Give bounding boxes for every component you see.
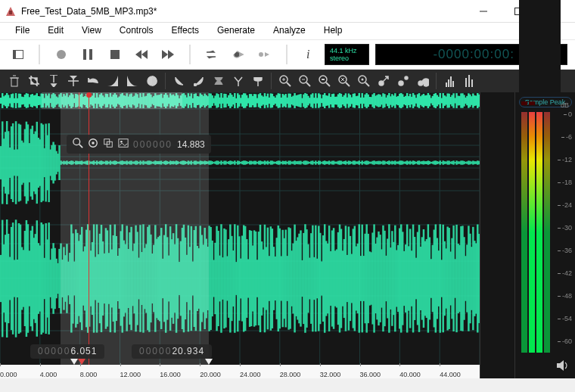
undo-icon[interactable]	[83, 72, 102, 91]
meter-bar-r-peak	[544, 112, 550, 353]
info-button[interactable]: i	[298, 44, 319, 65]
menu-file[interactable]: File	[6, 23, 39, 39]
app-icon	[5, 5, 17, 17]
selection-region[interactable]	[61, 92, 210, 365]
cross-icon[interactable]	[209, 72, 228, 91]
cut-start-icon[interactable]	[169, 72, 188, 91]
selection-start-badge: 000006.051	[30, 344, 104, 359]
zoom-in-icon[interactable]	[275, 72, 294, 91]
separator	[271, 73, 272, 89]
menu-help[interactable]: Help	[315, 23, 352, 39]
panel-icon[interactable]	[8, 44, 28, 65]
marker[interactable]	[205, 359, 213, 365]
svg-marker-15	[168, 50, 174, 59]
svg-rect-1	[9, 11, 12, 14]
ruler-tick: 32.000	[320, 371, 341, 378]
waveform-area[interactable]: 000000 14.883 000006.051 0000020.934 0.0…	[0, 92, 480, 378]
levels-icon[interactable]	[440, 72, 459, 91]
zoom-sel-icon[interactable]	[315, 72, 334, 91]
db-tick: -54	[562, 315, 572, 322]
window-title: Free_Test_Data_5MB_MP3.mp3*	[21, 6, 466, 17]
svg-rect-55	[465, 78, 467, 87]
level-meters	[521, 112, 550, 353]
ruler-tick: 20.000	[200, 371, 221, 378]
svg-point-1055	[120, 141, 123, 143]
svg-rect-405	[478, 95, 480, 107]
svg-point-48	[399, 81, 403, 86]
ruler-tick: 24.000	[240, 371, 261, 378]
branch-icon[interactable]	[248, 72, 267, 91]
trim-split-icon[interactable]	[64, 72, 82, 91]
copy-sel-icon[interactable]	[103, 138, 113, 151]
timecode-display: -0000:00:00: 8.819	[375, 44, 567, 65]
zoom-reset-icon[interactable]	[354, 72, 373, 91]
amplitude-scale: +20000+10000+0-10000-20000-30000+20000+1…	[480, 92, 514, 378]
trim-start-icon[interactable]	[44, 72, 63, 91]
pause-button[interactable]	[78, 44, 98, 65]
loop-forward-button[interactable]	[228, 44, 248, 65]
zoom-sel-icon[interactable]	[73, 138, 83, 151]
rewind-button[interactable]	[131, 44, 151, 65]
selection-tools-popup: 000000 14.883	[67, 135, 211, 154]
minimize-button[interactable]	[466, 0, 501, 23]
separator	[286, 45, 288, 64]
ruler-tick: 36.000	[360, 371, 381, 378]
ruler-tick: 8.000	[80, 371, 98, 378]
svg-point-1048	[73, 138, 80, 145]
svg-marker-1056	[557, 360, 564, 371]
menu-view[interactable]: View	[73, 23, 110, 39]
zoom-fit-icon[interactable]	[334, 72, 353, 91]
menu-effects[interactable]: Effects	[163, 23, 208, 39]
link-icon[interactable]	[374, 72, 393, 91]
svg-rect-1054	[119, 139, 128, 148]
cut-end-icon[interactable]	[189, 72, 208, 91]
marker[interactable]	[70, 359, 78, 365]
meter-bar-l	[529, 112, 535, 353]
separator	[39, 45, 40, 64]
fork-icon[interactable]	[228, 72, 247, 91]
ruler-tick: 12.000	[120, 371, 141, 378]
svg-point-17	[259, 52, 263, 57]
zoom-out-icon[interactable]	[295, 72, 314, 91]
meter-bar-r	[536, 112, 542, 353]
edit-toolbar	[0, 70, 575, 92]
menu-edit[interactable]: Edit	[39, 23, 73, 39]
separator	[436, 73, 437, 89]
crop-icon[interactable]	[24, 72, 43, 91]
step-button[interactable]	[254, 44, 275, 65]
loop-link-icon[interactable]	[413, 72, 432, 91]
svg-rect-11	[110, 50, 120, 59]
fade-in-icon[interactable]	[103, 72, 122, 91]
normalize-icon[interactable]	[142, 72, 161, 91]
delete-icon[interactable]	[5, 72, 23, 91]
ruler-tick: 44.000	[440, 371, 461, 378]
forward-button[interactable]	[158, 44, 179, 65]
levels2-icon[interactable]	[460, 72, 479, 91]
menu-controls[interactable]: Controls	[110, 23, 163, 39]
db-tick: -60	[562, 338, 572, 345]
svg-rect-19	[11, 78, 17, 86]
db-tick: -18	[562, 179, 572, 186]
unlink-icon[interactable]	[393, 72, 412, 91]
stop-button[interactable]	[104, 44, 125, 65]
clip-indicators	[521, 101, 535, 105]
menu-generate[interactable]: Generate	[208, 23, 264, 39]
target-icon[interactable]	[88, 138, 98, 151]
pad: 00000	[38, 346, 70, 356]
record-button[interactable]	[51, 44, 71, 65]
loop-button[interactable]	[201, 44, 222, 65]
svg-point-49	[405, 76, 408, 79]
svg-line-45	[365, 82, 369, 86]
image-icon[interactable]	[118, 138, 129, 151]
svg-rect-53	[450, 76, 452, 87]
titlebar: Free_Test_Data_5MB_MP3.mp3*	[0, 0, 575, 23]
fade-out-icon[interactable]	[123, 72, 141, 91]
time-ruler[interactable]: 0.0004.0008.00012.00016.00020.00024.0002…	[0, 365, 480, 378]
menu-analyze[interactable]: Analyze	[264, 23, 315, 39]
speaker-icon[interactable]	[557, 360, 569, 374]
separator	[165, 73, 166, 89]
svg-marker-12	[135, 50, 141, 59]
playhead-cursor[interactable]	[89, 92, 89, 365]
db-tick: -42	[562, 269, 572, 277]
marker[interactable]	[78, 359, 85, 365]
